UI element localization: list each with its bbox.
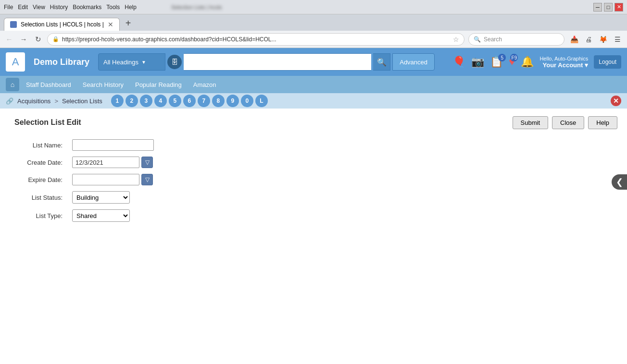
alpha-btn-7[interactable]: 7	[198, 95, 210, 107]
submit-button[interactable]: Submit	[513, 116, 548, 129]
bookmark-star-icon[interactable]: ☆	[453, 36, 459, 43]
search-dropdown-label: All Headings	[103, 59, 138, 66]
forward-button[interactable]: →	[18, 34, 29, 45]
alpha-btn-L[interactable]: L	[255, 95, 268, 107]
chevron-left-icon: ❮	[616, 177, 623, 187]
list-status-label: List Status:	[14, 188, 67, 206]
pocket-icon[interactable]: 📥	[568, 34, 580, 45]
form-table: List Name: Create Date: ▽ Expire Date: ▽	[14, 136, 159, 225]
tab-close-button[interactable]: ✕	[108, 21, 113, 28]
search-input[interactable]	[184, 53, 371, 71]
alpha-btn-8[interactable]: 8	[212, 95, 225, 107]
menu-edit[interactable]: Edit	[18, 4, 28, 11]
advanced-button[interactable]: Advanced	[392, 53, 435, 71]
nav-amazon[interactable]: Amazon	[188, 79, 221, 90]
expire-date-label: Expire Date:	[14, 171, 67, 188]
menu-history[interactable]: History	[50, 4, 68, 11]
search-button[interactable]: 🔍	[373, 53, 390, 71]
list-name-input[interactable]	[72, 139, 154, 151]
alpha-btn-1[interactable]: 1	[111, 95, 124, 107]
link-icon: 🔗	[6, 97, 13, 105]
print-icon[interactable]: 🖨	[583, 34, 594, 45]
refresh-button[interactable]: ↻	[33, 34, 43, 45]
camera-icon[interactable]: 📷	[471, 56, 484, 68]
menu-bookmarks[interactable]: Bookmarks	[73, 4, 101, 11]
nav-popular-reading[interactable]: Popular Reading	[130, 79, 187, 90]
breadcrumb-close-button[interactable]: ✕	[611, 96, 621, 106]
address-bar: ← → ↻ 🔒 https://preprod-hcols-verso.auto…	[0, 31, 627, 48]
create-date-row: Create Date: ▽	[14, 154, 159, 171]
back-button[interactable]: ←	[4, 34, 14, 45]
create-date-calendar-button[interactable]: ▽	[141, 157, 153, 168]
list-type-label: List Type:	[14, 206, 67, 225]
logout-button[interactable]: Logout	[594, 55, 621, 69]
expire-date-wrapper: ▽	[72, 174, 154, 185]
window-title-blurred: Selection Lists | hcols	[171, 4, 222, 10]
nav-search-history[interactable]: Search History	[78, 79, 128, 90]
browser-menu[interactable]: File Edit View History Bookmarks Tools H…	[4, 4, 137, 11]
account-label: Your Account	[543, 61, 583, 69]
alpha-btn-0[interactable]: 0	[241, 95, 253, 107]
heart-icon-group: ♥ F9	[509, 56, 515, 68]
browser-toolbar-icons[interactable]: 📥 🖨 🦊 ☰	[568, 34, 623, 45]
breadcrumb-acquisitions[interactable]: Acquisitions	[17, 97, 50, 105]
breadcrumb-separator: >	[54, 97, 58, 105]
minimize-button[interactable]: ─	[593, 3, 602, 12]
search-placeholder: Search	[484, 36, 502, 43]
menu-icon[interactable]: ☰	[612, 34, 623, 45]
expire-date-row: Expire Date: ▽	[14, 171, 159, 188]
create-date-label: Create Date:	[14, 154, 67, 171]
breadcrumb-selection-lists[interactable]: Selection Lists	[62, 97, 102, 105]
list-type-row: List Type: Shared Private Public	[14, 206, 159, 225]
database-icon[interactable]: 🗄	[167, 55, 182, 69]
hello-text: Hello, Auto-Graphics	[539, 56, 588, 61]
window-controls[interactable]: ─ □ ✕	[593, 3, 623, 12]
balloon-icon[interactable]: 🎈	[452, 56, 465, 68]
search-bar: All Headings ▼ 🗄 🔍 Advanced	[98, 53, 435, 71]
tab-favicon	[10, 21, 17, 28]
nav-staff-dashboard[interactable]: Staff Dashboard	[21, 79, 76, 90]
lock-icon: 🔒	[52, 36, 59, 42]
heart-badge: F9	[510, 54, 518, 61]
create-date-wrapper: ▽	[72, 157, 154, 168]
browser-search-box[interactable]: 🔍 Search	[468, 33, 564, 46]
expire-date-input[interactable]	[72, 174, 139, 185]
address-bar-input[interactable]: 🔒 https://preprod-hcols-verso.auto-graph…	[47, 33, 464, 46]
header-icons: 🎈 📷 📋 5 ♥ F9 🔔 Hello, Auto-Graphics Your…	[452, 55, 621, 69]
list-type-select[interactable]: Shared Private Public	[72, 209, 130, 222]
main-content: Selection List Edit Submit Close Help Li…	[0, 109, 627, 234]
list-name-label: List Name:	[14, 136, 67, 154]
alpha-btn-4[interactable]: 4	[154, 95, 167, 107]
search-dropdown[interactable]: All Headings ▼	[98, 53, 165, 71]
close-window-button[interactable]: ✕	[614, 3, 623, 12]
create-date-input[interactable]	[72, 157, 139, 168]
alpha-btn-2[interactable]: 2	[125, 95, 138, 107]
menu-file[interactable]: File	[4, 4, 13, 11]
breadcrumb-bar: 🔗 Acquisitions > Selection Lists 1 2 3 4…	[0, 93, 627, 109]
home-button[interactable]: ⌂	[6, 78, 19, 91]
balloon-icon-group: 🎈	[452, 56, 465, 68]
app-navbar: ⌂ Staff Dashboard Search History Popular…	[0, 76, 627, 93]
back-chevron-button[interactable]: ❮	[612, 174, 627, 190]
firefox-sync-icon[interactable]: 🦊	[597, 34, 609, 45]
menu-help[interactable]: Help	[125, 4, 137, 11]
bell-icon[interactable]: 🔔	[521, 56, 534, 68]
menu-tools[interactable]: Tools	[106, 4, 120, 11]
browser-tabbar: Selection Lists | HCOLS | hcols | ✕ +	[0, 14, 627, 31]
list-status-select[interactable]: Building Active Closed	[72, 191, 130, 204]
close-button[interactable]: Close	[552, 116, 584, 129]
url-text: https://preprod-hcols-verso.auto-graphic…	[62, 36, 450, 43]
camera-icon-group: 📷	[471, 56, 484, 68]
active-tab[interactable]: Selection Lists | HCOLS | hcols | ✕	[4, 18, 120, 31]
help-button[interactable]: Help	[588, 116, 617, 129]
alpha-buttons: 1 2 3 4 5 6 7 8 9 0 L	[111, 95, 268, 107]
alpha-btn-5[interactable]: 5	[169, 95, 181, 107]
alpha-btn-9[interactable]: 9	[226, 95, 239, 107]
expire-date-calendar-button[interactable]: ▽	[141, 174, 153, 185]
alpha-btn-3[interactable]: 3	[140, 95, 152, 107]
account-link[interactable]: Your Account ▾	[543, 61, 589, 69]
alpha-btn-6[interactable]: 6	[183, 95, 196, 107]
maximize-button[interactable]: □	[604, 3, 613, 12]
menu-view[interactable]: View	[33, 4, 45, 11]
new-tab-button[interactable]: +	[122, 18, 135, 29]
